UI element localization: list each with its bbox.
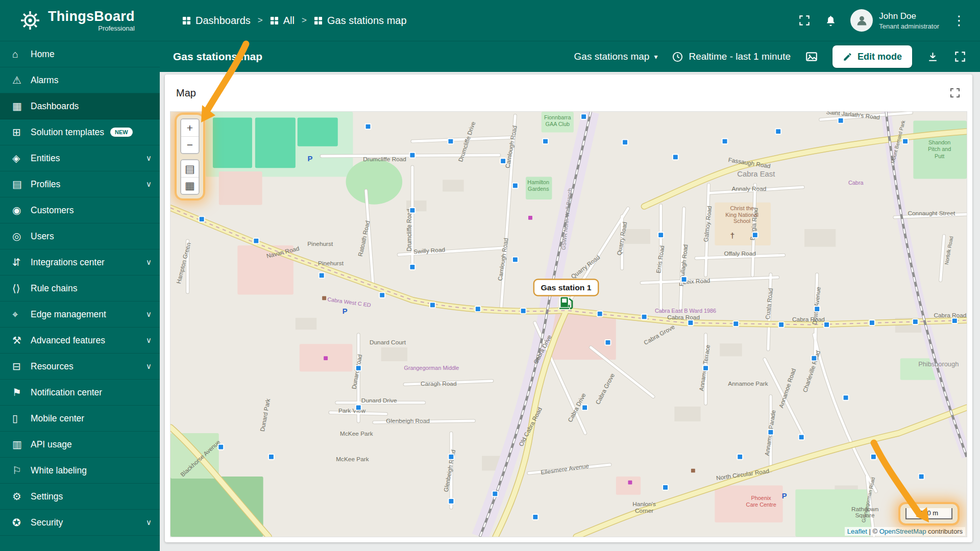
entity-marker[interactable]	[622, 140, 628, 145]
entity-marker[interactable]	[952, 318, 958, 323]
entity-marker[interactable]	[768, 430, 773, 435]
entity-marker[interactable]	[356, 405, 361, 410]
entity-marker[interactable]	[778, 322, 784, 328]
entity-marker[interactable]	[409, 153, 415, 158]
more-menu-icon[interactable]: ⋮	[952, 14, 966, 27]
entity-marker[interactable]	[919, 474, 924, 480]
thingsboard-logo[interactable]: ThingsBoard Professional	[0, 9, 160, 32]
entity-marker[interactable]	[642, 314, 647, 320]
entity-marker[interactable]	[448, 139, 454, 144]
entity-marker[interactable]	[449, 498, 454, 504]
entity-marker[interactable]	[733, 321, 739, 327]
entity-marker[interactable]	[658, 232, 664, 238]
sidebar-item-users[interactable]: ◎Users	[0, 223, 160, 249]
entity-marker[interactable]	[838, 118, 844, 123]
entity-marker[interactable]	[199, 216, 205, 222]
entity-marker[interactable]	[268, 454, 274, 460]
entity-marker[interactable]	[799, 434, 804, 440]
entity-marker[interactable]	[843, 395, 849, 400]
entity-marker[interactable]	[605, 340, 611, 345]
sidebar-item-mobile-center[interactable]: ▯Mobile center	[0, 406, 160, 432]
entity-marker[interactable]	[543, 139, 548, 144]
entity-marker[interactable]	[492, 491, 498, 497]
sidebar-item-solution-templates[interactable]: ⊞Solution templatesNEW	[0, 119, 160, 145]
timewindow-button[interactable]: Realtime - last 1 minute	[672, 51, 791, 63]
user-menu[interactable]: John Doe Tenant administrator	[850, 9, 939, 32]
sidebar-item-alarms[interactable]: ⚠Alarms	[0, 67, 160, 93]
entity-marker[interactable]	[663, 485, 668, 490]
download-icon[interactable]	[926, 51, 939, 63]
widget-header: Map	[165, 74, 972, 111]
entity-marker[interactable]	[512, 257, 518, 263]
entity-marker[interactable]	[597, 311, 603, 317]
entity-marker[interactable]	[512, 183, 518, 189]
entity-marker[interactable]	[319, 273, 325, 279]
entity-marker[interactable]	[869, 320, 875, 325]
entity-marker[interactable]	[902, 139, 908, 144]
entity-marker[interactable]	[737, 454, 743, 460]
sidebar-item-rule-chains[interactable]: ⟨⟩Rule chains	[0, 276, 160, 302]
openstreetmap-link[interactable]: OpenStreetMap	[879, 528, 926, 535]
entity-marker[interactable]	[688, 320, 694, 325]
entity-marker[interactable]	[582, 405, 587, 410]
sidebar-item-dashboards[interactable]: ▦Dashboards	[0, 93, 160, 119]
screenshot-icon[interactable]	[805, 50, 818, 63]
entity-marker[interactable]	[475, 306, 481, 312]
entity-marker[interactable]	[581, 114, 586, 119]
notifications-bell-icon[interactable]	[824, 14, 837, 27]
entity-marker[interactable]	[703, 365, 708, 371]
edit-mode-button[interactable]: Edit mode	[832, 45, 912, 68]
sidebar-item-profiles[interactable]: ▤Profiles∨	[0, 171, 160, 197]
entity-marker[interactable]	[409, 208, 415, 213]
fullscreen-icon[interactable]	[798, 14, 811, 27]
entity-marker[interactable]	[913, 319, 918, 324]
widget-fullscreen-icon[interactable]	[949, 87, 961, 99]
map-tiles[interactable]: PPP†Drumcliffe RoadDrumcliffe RoadDrumcl…	[170, 112, 967, 537]
entity-marker[interactable]	[253, 238, 259, 244]
entity-marker[interactable]	[722, 139, 728, 144]
entity-marker[interactable]	[379, 292, 385, 298]
sidebar-item-advanced-features[interactable]: ⚒Advanced features∨	[0, 328, 160, 354]
sidebar-item-resources[interactable]: ⊟Resources∨	[0, 354, 160, 380]
toolbar-fullscreen-icon[interactable]	[953, 50, 967, 63]
breadcrumb-dashboards[interactable]: Dashboards	[182, 15, 251, 27]
breadcrumb-all[interactable]: All	[270, 15, 295, 27]
entity-marker[interactable]	[681, 277, 687, 282]
sidebar-item-notification-center[interactable]: ⚑Notification center	[0, 380, 160, 406]
cart-icon	[628, 481, 632, 485]
entity-marker[interactable]	[871, 454, 876, 460]
sidebar-item-settings[interactable]: ⚙Settings	[0, 484, 160, 510]
sidebar-item-white-labeling[interactable]: ⚐White labeling	[0, 458, 160, 484]
dashboard-state-select[interactable]: Gas stations map ▾	[574, 51, 658, 62]
sidebar-item-api-usage[interactable]: ▥API usage	[0, 432, 160, 458]
entity-marker[interactable]	[673, 155, 678, 160]
home-icon: ⌂	[12, 48, 31, 60]
entity-marker[interactable]	[356, 365, 361, 371]
entity-marker[interactable]	[449, 454, 454, 460]
map-canvas[interactable]: PPP†Drumcliffe RoadDrumcliffe RoadDrumcl…	[170, 111, 967, 537]
entity-marker[interactable]	[811, 356, 817, 361]
layers-button[interactable]: ▤	[181, 160, 199, 177]
sidebar-item-security[interactable]: ✪Security∨	[0, 510, 160, 536]
entity-marker[interactable]	[824, 322, 829, 328]
entity-marker[interactable]	[814, 306, 820, 312]
breadcrumb-gas-stations-map[interactable]: Gas stations map	[314, 15, 407, 27]
sidebar-item-customers[interactable]: ◉Customers	[0, 197, 160, 223]
zoom-out-button[interactable]: −	[181, 136, 199, 153]
entity-marker[interactable]	[430, 302, 435, 308]
entity-marker[interactable]	[775, 129, 781, 134]
sidebar-item-edge-management[interactable]: ⌖Edge management∨	[0, 302, 160, 328]
leaflet-link[interactable]: Leaflet	[847, 528, 867, 535]
entity-marker[interactable]	[365, 124, 371, 130]
entity-marker[interactable]	[218, 444, 224, 450]
entity-marker[interactable]	[521, 308, 526, 314]
sidebar-item-integrations-center[interactable]: ⇵Integrations center∨	[0, 249, 160, 276]
entity-marker[interactable]	[409, 264, 415, 270]
sidebar-item-home[interactable]: ⌂Home	[0, 41, 160, 67]
entity-marker[interactable]	[500, 158, 506, 164]
map-type-button[interactable]: ▦	[181, 177, 199, 194]
sidebar-item-entities[interactable]: ◈Entities∨	[0, 145, 160, 171]
zoom-in-button[interactable]: +	[181, 119, 199, 136]
entity-marker[interactable]	[532, 514, 538, 520]
entity-marker[interactable]	[752, 232, 758, 238]
